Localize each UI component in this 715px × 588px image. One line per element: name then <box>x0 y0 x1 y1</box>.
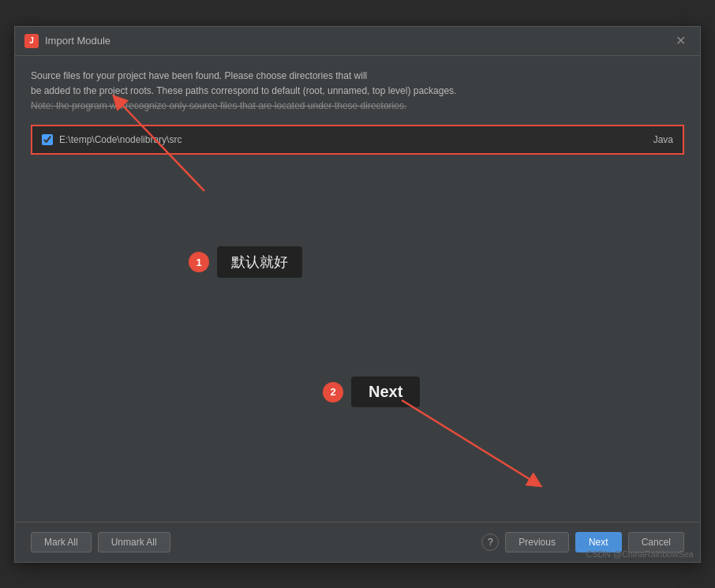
title-bar-left: J Import Module <box>24 34 110 48</box>
source-path: E:\temp\Code\nodelibrary\src <box>59 134 182 145</box>
footer-left: Mark All Unmark All <box>31 532 170 552</box>
app-icon: J <box>24 34 39 48</box>
help-button[interactable]: ? <box>481 534 499 551</box>
source-checkbox[interactable] <box>42 134 53 145</box>
annotation2-label: Next <box>351 376 420 407</box>
previous-button[interactable]: Previous <box>505 532 569 552</box>
description-text: Source files for your project have been … <box>31 69 684 114</box>
import-module-dialog: J Import Module ✕ Source files for your … <box>14 26 701 563</box>
step2-badge: 2 <box>323 382 343 403</box>
mark-all-button[interactable]: Mark All <box>31 532 92 552</box>
annotation2-bubble: 2 Next <box>323 376 420 407</box>
dialog-title: Import Module <box>45 35 110 47</box>
source-item-left: E:\temp\Code\nodelibrary\src <box>42 134 182 145</box>
watermark: CSDN @ChinaRainbowSea <box>586 549 694 559</box>
step1-badge: 1 <box>189 252 209 272</box>
annotation1-label: 默认就好 <box>217 246 302 278</box>
source-item: E:\temp\Code\nodelibrary\src Java <box>39 131 676 148</box>
annotation1-bubble: 1 默认就好 <box>189 246 302 278</box>
unmark-all-button[interactable]: Unmark All <box>98 532 170 552</box>
title-bar: J Import Module ✕ <box>15 27 700 56</box>
dialog-body: Source files for your project have been … <box>15 56 700 522</box>
arrow2-svg <box>378 392 583 495</box>
close-button[interactable]: ✕ <box>671 33 691 49</box>
source-type: Java <box>653 134 673 145</box>
annotation-area: 1 默认就好 2 Next <box>31 167 684 508</box>
svg-line-3 <box>402 400 536 483</box>
source-list: E:\temp\Code\nodelibrary\src Java <box>31 125 684 155</box>
